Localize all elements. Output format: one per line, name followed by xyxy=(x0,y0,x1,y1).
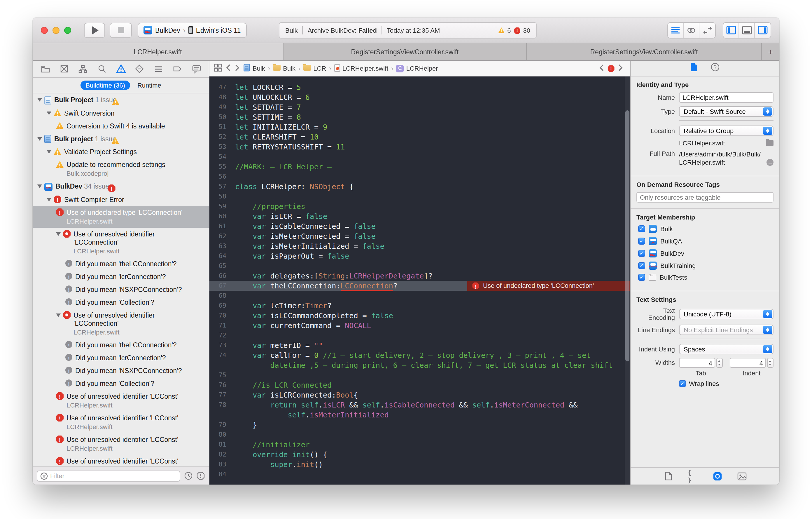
code-line[interactable]: 84 xyxy=(209,469,630,479)
code-line[interactable]: 60 var isLCR = false xyxy=(209,211,630,221)
recent-issues-toggle[interactable] xyxy=(184,472,193,480)
code-line[interactable]: 66 var delegates:[String:LCRHelperDelega… xyxy=(209,271,630,281)
new-tab-button[interactable]: + xyxy=(762,43,779,60)
tab-width-stepper[interactable] xyxy=(716,358,723,368)
issue-row[interactable]: Did you mean 'Collection'? xyxy=(33,296,209,308)
code-line[interactable]: 76 //is LCR Connected xyxy=(209,380,630,390)
code-snippet-library-icon[interactable]: { } xyxy=(688,471,698,481)
assistant-editor-button[interactable] xyxy=(684,23,699,38)
close-button[interactable] xyxy=(41,27,48,33)
breadcrumb-item[interactable]: LCRHelper.swift xyxy=(334,64,388,73)
code-line[interactable]: 71 var currentCommand = NOCALL xyxy=(209,321,630,330)
issue-row[interactable]: Did you mean 'Collection'? xyxy=(33,377,209,390)
editor-tab[interactable]: RegisterSettingsViewController.swift xyxy=(527,43,762,60)
issue-row[interactable]: Validate Project Settings xyxy=(33,145,209,158)
next-issue-button[interactable] xyxy=(618,64,623,73)
debug-area-toggle-button[interactable] xyxy=(739,23,755,38)
open-path-arrow-icon[interactable]: → xyxy=(766,159,774,166)
indent-width-stepper[interactable] xyxy=(767,358,774,368)
test-navigator-icon[interactable] xyxy=(135,64,145,74)
code-line[interactable]: 56 xyxy=(209,172,630,182)
code-line[interactable]: 54 xyxy=(209,152,630,162)
code-line[interactable]: 47let LOCKLCR = 5 xyxy=(209,82,630,92)
run-button[interactable] xyxy=(84,23,105,38)
code-line[interactable]: 69 var lcTimer:Timer? xyxy=(209,301,630,310)
issue-row[interactable]: Bulk Project 1 issue xyxy=(33,93,209,107)
file-inspector-tab[interactable] xyxy=(690,62,698,74)
errors-only-toggle[interactable] xyxy=(197,472,205,480)
editor-tab[interactable]: RegisterSettingsViewController.swift xyxy=(284,43,527,60)
breadcrumb-item[interactable]: CLCRHelper xyxy=(396,64,438,73)
filter-input[interactable]: Filter xyxy=(37,470,180,481)
debug-navigator-icon[interactable] xyxy=(154,64,164,74)
source-control-navigator-icon[interactable] xyxy=(59,64,69,74)
type-popup[interactable]: Default - Swift Source xyxy=(679,106,774,117)
code-line[interactable]: 65 xyxy=(209,261,630,271)
issue-row[interactable]: Use of unresolved identifier 'LCConst'LC… xyxy=(33,455,209,466)
wrap-lines-checkbox[interactable]: ✓ xyxy=(679,380,686,387)
code-line[interactable]: 80 xyxy=(209,430,630,440)
location-popup[interactable]: Relative to Group xyxy=(679,126,774,136)
code-line[interactable]: 59 //properties xyxy=(209,201,630,211)
find-navigator-icon[interactable] xyxy=(97,64,107,74)
file-template-library-icon[interactable] xyxy=(663,471,673,481)
previous-issue-button[interactable] xyxy=(599,64,604,73)
issue-row[interactable]: Did you mean 'NSXPCConnection'? xyxy=(33,283,209,296)
scheme-selector[interactable]: DEV BulkDev › Edwin's iOS 11 xyxy=(138,23,246,38)
quick-help-inspector-tab[interactable]: ? xyxy=(710,62,720,74)
inline-error-annotation[interactable]: Use of undeclared type 'LCConnection' xyxy=(467,281,630,291)
issue-row[interactable]: Use of unresolved identifier 'LCConnecti… xyxy=(33,227,209,257)
issue-row[interactable]: Conversion to Swift 4 is available xyxy=(33,119,209,132)
editor-tab-active[interactable]: LCRHelper.swift xyxy=(33,43,284,60)
resource-tags-input[interactable] xyxy=(636,192,774,202)
disclosure-triangle-icon[interactable] xyxy=(56,313,61,317)
code-line[interactable]: 62 var isMeterConnected = false xyxy=(209,231,630,241)
encoding-popup[interactable]: Unicode (UTF-8) xyxy=(679,309,774,319)
code-line[interactable]: 55//MARK: — LCR Helper — xyxy=(209,162,630,172)
target-checkbox[interactable]: ✓ xyxy=(638,238,645,245)
target-checkbox[interactable]: ✓ xyxy=(638,225,645,233)
navigator-toggle-button[interactable] xyxy=(723,23,739,38)
target-checkbox[interactable]: ✓ xyxy=(638,274,645,281)
target-checkbox[interactable]: ✓ xyxy=(638,262,645,269)
code-line[interactable]: 64 var isPaperOut = false xyxy=(209,251,630,261)
zoom-button[interactable] xyxy=(64,27,71,33)
disclosure-triangle-icon[interactable] xyxy=(37,98,42,102)
breakpoint-navigator-icon[interactable] xyxy=(172,64,182,74)
back-button[interactable] xyxy=(226,64,231,73)
code-line[interactable]: 61 var isCableConnected = false xyxy=(209,221,630,231)
code-line[interactable]: 75 xyxy=(209,370,630,380)
code-line[interactable]: 77 var isLCRConnected:Bool{ xyxy=(209,390,630,400)
issue-row[interactable]: DEVBulkDev 34 issues xyxy=(33,180,209,193)
indent-using-popup[interactable]: Spaces xyxy=(679,344,774,354)
code-line[interactable]: 70 var isLCCommandCompleted = false xyxy=(209,310,630,321)
name-field[interactable] xyxy=(679,92,774,103)
issue-row[interactable]: Use of unresolved identifier 'LCConst'LC… xyxy=(33,433,209,455)
code-line[interactable]: 68 xyxy=(209,291,630,301)
disclosure-triangle-icon[interactable] xyxy=(47,111,51,115)
report-navigator-icon[interactable] xyxy=(191,64,201,74)
symbol-navigator-icon[interactable] xyxy=(78,64,88,74)
code-line[interactable]: 52let CLEARSHIFT = 10 xyxy=(209,132,630,142)
project-navigator-icon[interactable] xyxy=(40,64,50,74)
issue-row[interactable]: Bulk project 1 issue xyxy=(33,132,209,145)
code-line[interactable]: 81 //initializer xyxy=(209,440,630,449)
disclosure-triangle-icon[interactable] xyxy=(56,232,61,236)
runtime-scope-tab[interactable]: Runtime xyxy=(137,82,161,89)
code-line[interactable]: datetime ,5 — during print, 6 — clear sh… xyxy=(209,360,630,370)
code-line[interactable]: 57class LCRHelper: NSObject { xyxy=(209,182,630,191)
forward-button[interactable] xyxy=(234,64,240,73)
issue-counts[interactable]: 6 30 xyxy=(497,27,530,34)
issue-row[interactable]: Update to recommended settingsBulk.xcode… xyxy=(33,158,209,180)
code-line[interactable]: 53let RETRYSTATUSSHIFT = 11 xyxy=(209,142,630,152)
code-line[interactable]: 73 var meterID = "" xyxy=(209,340,630,350)
code-line[interactable]: 63 var isMeterInitialized = false xyxy=(209,241,630,251)
target-checkbox[interactable]: ✓ xyxy=(638,250,645,257)
buildtime-scope-tab[interactable]: Buildtime (36) xyxy=(80,81,130,90)
stop-button[interactable] xyxy=(110,23,132,38)
media-library-icon[interactable] xyxy=(736,471,747,481)
code-line[interactable]: 50let SETTIME = 8 xyxy=(209,112,630,122)
code-line[interactable]: 51let INITIALIZELCR = 9 xyxy=(209,122,630,132)
disclosure-triangle-icon[interactable] xyxy=(47,150,51,154)
issue-row[interactable]: Use of unresolved identifier 'LCConst'LC… xyxy=(33,390,209,411)
